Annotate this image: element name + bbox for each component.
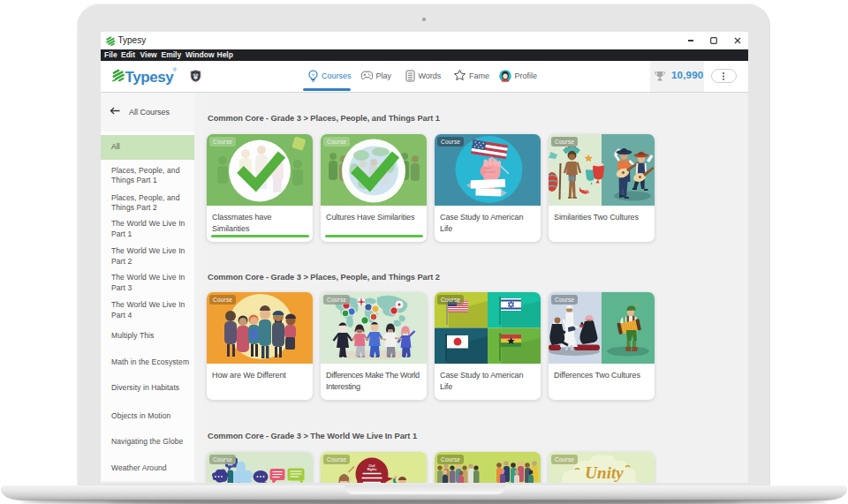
svg-text:Is the Greatest Goal of All: Is the Greatest Goal of All (583, 482, 625, 483)
svg-text:Rights: Rights (367, 468, 377, 471)
svg-text:Unity: Unity (585, 463, 624, 482)
